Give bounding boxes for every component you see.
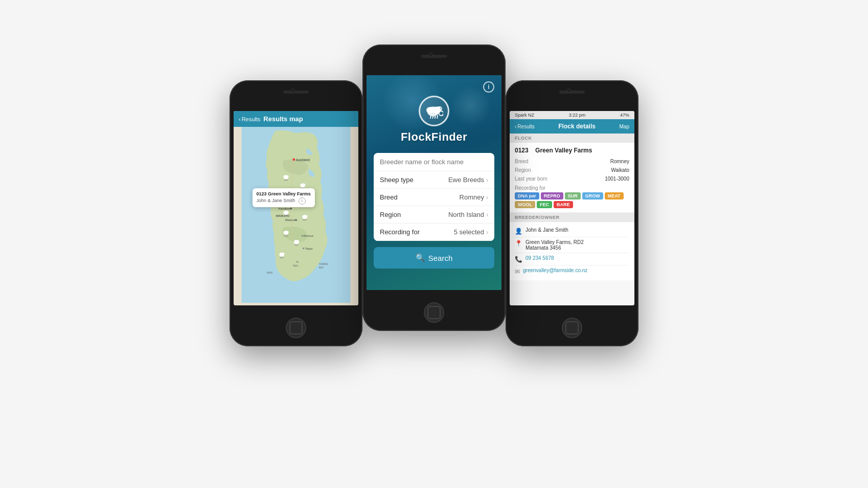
svg-point-56 [294,240,297,242]
flock-number-name: 0123 Green Valley Farms [515,147,629,154]
status-bar-time: 3:22 pm [569,113,586,118]
flock-section-header: FLOCK [510,134,634,143]
breed-filter[interactable]: Breed Romney › [374,189,494,206]
map-title: Results map [263,115,303,123]
breed-label: Breed [380,193,398,201]
svg-text:HAWKE: HAWKE [319,263,329,265]
badge-grow: GROW [582,192,603,199]
region-label: Region [380,211,401,218]
map-back-label: Results [242,116,261,122]
map-nav-bar: ‹ Results Results map [234,111,358,127]
breeder-search-input[interactable] [374,153,494,171]
tooltip-info-icon[interactable]: i [299,197,306,205]
phone-speaker-left [283,91,309,94]
svg-point-1 [292,158,295,161]
breed-row: Breed Romney [515,157,629,166]
region-row: Region Waikato [515,166,629,174]
svg-point-38 [284,211,286,213]
phone-map: ‹ Results Results map [230,80,362,346]
phone-flockfinder: i [362,45,506,331]
owner-card: 👤 John & Jane Smith 📍 Green Valley Farms… [510,222,634,280]
svg-line-70 [430,116,431,118]
sheep-type-label: Sheep type [380,176,414,184]
svg-point-62 [280,253,282,255]
recording-label: Recording for [380,228,420,236]
location-icon: 📍 [515,240,522,247]
svg-point-3 [290,208,292,210]
svg-point-69 [437,106,442,112]
phone-speaker-right [559,91,585,94]
owner-phone-row[interactable]: 📞 09 234 5678 [515,253,629,265]
svg-text:Auckland: Auckland [296,158,310,162]
svg-text:Rotorua: Rotorua [304,234,313,237]
email-link[interactable]: greenvalley@farmside.co.nz [523,268,587,273]
phone-details: Spark NZ 3:22 pm 47% ‹ Results Flock det… [506,80,638,346]
person-icon: 👤 [515,228,522,235]
search-button[interactable]: 🔍 Search [374,247,494,269]
svg-text:Nati...: Nati... [293,264,300,267]
region-chevron: › [486,211,488,218]
details-map-link[interactable]: Map [620,124,629,129]
search-icon: 🔍 [416,253,425,262]
badge-fec: FEC [537,201,552,208]
svg-text:WAIKATO: WAIKATO [276,214,290,217]
svg-point-23 [287,175,288,176]
phone-camera-left [291,88,295,93]
flockfinder-screen: i [367,75,501,290]
details-back-button[interactable]: ‹ Results [515,124,535,129]
svg-point-8 [302,235,303,236]
map-tooltip[interactable]: 0123 Green Valley Farms John & Jane Smit… [253,188,315,207]
details-back-chevron: ‹ [515,124,516,129]
tooltip-sub: John & Jane Smith i [257,197,311,205]
app-title: FlockFinder [401,130,467,144]
flock-card: 0123 Green Valley Farms Breed Romney Reg… [510,143,634,213]
breed-value: Romney › [460,193,488,201]
badge-meat: MEAT [605,192,624,199]
sheep-logo-icon [419,96,449,126]
map-svg: Auckland Hamilton Matamata WAIKATO Rotor… [234,127,358,303]
sheep-type-filter[interactable]: Sheep type Ewe Breeds › [374,171,494,189]
info-button[interactable]: i [483,81,494,93]
search-form: Sheep type Ewe Breeds › Breed Romney › [374,153,494,241]
email-icon: ✉ [515,268,520,275]
breed-chevron: › [486,194,488,201]
svg-text:Te: Te [296,261,299,263]
sheep-type-chevron: › [486,176,488,184]
phone-home-right[interactable] [562,318,582,338]
phone-camera-right [567,88,571,93]
svg-text:Hamilton: Hamilton [279,207,290,210]
svg-text:Matamata: Matamata [285,218,298,221]
recording-chevron: › [486,229,488,236]
phone-speaker-center [421,55,447,58]
svg-point-25 [303,184,305,186]
badge-wool: WOOL [515,201,535,208]
svg-point-37 [287,211,289,213]
map-content[interactable]: Auckland Hamilton Matamata WAIKATO Rotor… [234,127,358,303]
owner-email-row[interactable]: ✉ greenvalley@farmside.co.nz [515,265,629,277]
svg-point-50 [284,231,286,233]
region-filter[interactable]: Region North Island › [374,206,494,224]
carrier-label: Spark NZ [515,113,534,118]
phone-camera-center [429,53,433,57]
phone-link[interactable]: 09 234 5678 [526,255,554,261]
breeder-section-header: BREEDER/OWNER [510,213,634,222]
back-chevron-icon: ‹ [239,116,241,122]
badge-repro: REPRO [541,192,563,199]
map-back-button[interactable]: ‹ Results [239,116,260,122]
recording-filter[interactable]: Recording for 5 selected › [374,224,494,241]
battery-indicator: 47% [620,113,629,118]
region-value: North Island › [448,211,488,218]
status-bar: Spark NZ 3:22 pm 47% [510,111,634,119]
svg-point-43 [305,215,307,217]
details-screen-container: Spark NZ 3:22 pm 47% ‹ Results Flock det… [510,111,634,305]
phone-icon: 📞 [515,256,522,263]
phone-home-center[interactable] [424,302,444,323]
badge-sur: SUR [565,192,581,199]
svg-line-73 [437,116,438,118]
phone-home-left[interactable] [286,318,306,338]
tooltip-title: 0123 Green Valley Farms [257,191,311,197]
svg-point-49 [287,231,289,233]
owner-address-row: 📍 Green Valley Farms, RD2 Matamata 3456 [515,237,629,253]
svg-point-61 [282,253,284,255]
details-nav-title: Flock details [558,123,596,130]
